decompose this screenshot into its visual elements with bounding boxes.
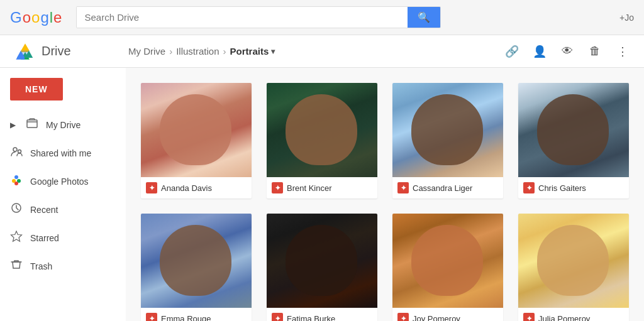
link-icon: 🔗	[505, 45, 519, 58]
more-button[interactable]: ⋮	[611, 40, 634, 63]
file-info: ✦Joy Pomeroy	[392, 308, 503, 321]
file-name: Fatima Burke	[287, 314, 335, 322]
my-drive-icon	[26, 117, 38, 133]
search-icon: 🔍	[418, 12, 430, 23]
file-name: Emma Rouge	[161, 314, 211, 322]
file-thumbnail	[141, 83, 252, 177]
content-area: ✦Ananda Davis✦Brent Kincer✦Cassandra Lig…	[126, 68, 644, 321]
file-info: ✦Ananda Davis	[141, 177, 252, 199]
new-button[interactable]: NEW	[10, 78, 63, 101]
file-type-icon: ✦	[523, 313, 535, 321]
svg-marker-13	[11, 231, 22, 241]
sidebar-item-shared-with-me[interactable]: Shared with me	[0, 139, 121, 167]
sidebar-item-label: My Drive	[46, 120, 80, 130]
file-grid: ✦Ananda Davis✦Brent Kincer✦Cassandra Lig…	[141, 83, 629, 321]
file-thumbnail	[392, 214, 503, 308]
file-card[interactable]: ✦Joy Pomeroy	[392, 214, 503, 321]
file-info: ✦Emma Rouge	[141, 308, 252, 321]
file-card[interactable]: ✦Emma Rouge	[141, 214, 252, 321]
file-type-icon: ✦	[272, 313, 283, 321]
add-person-button[interactable]: 👤	[528, 40, 551, 63]
file-info: ✦Fatima Burke	[267, 308, 377, 321]
svg-point-7	[18, 150, 21, 153]
breadcrumb-root[interactable]: My Drive	[128, 46, 165, 57]
search-button[interactable]: 🔍	[408, 7, 440, 28]
drive-logo-area: Drive	[15, 43, 128, 60]
svg-rect-5	[27, 120, 37, 128]
file-name: Ananda Davis	[161, 183, 212, 193]
sidebar-item-google-photos[interactable]: Google Photos	[0, 167, 121, 195]
drive-label: Drive	[42, 44, 71, 58]
portrait-face	[411, 225, 483, 296]
eye-icon: 👁	[562, 45, 573, 58]
breadcrumb-sep-2: ›	[223, 46, 226, 57]
breadcrumb-current[interactable]: Portraits ▾	[230, 46, 275, 57]
top-bar: Google 🔍 +Jo	[0, 0, 644, 35]
portrait-face	[286, 94, 357, 165]
sidebar-item-starred[interactable]: Starred	[0, 224, 121, 252]
svg-point-8	[14, 175, 18, 179]
chevron-down-icon: ▾	[271, 47, 275, 56]
drive-triangle-icon	[15, 43, 35, 60]
delete-button[interactable]: 🗑	[584, 40, 606, 63]
sidebar-item-label: Recent	[30, 205, 58, 215]
file-thumbnail	[392, 83, 503, 177]
file-card[interactable]: ✦Cassandra Liger	[392, 83, 503, 199]
breadcrumb-mid[interactable]: Illustration	[176, 46, 219, 57]
file-thumbnail	[141, 214, 252, 308]
svg-point-11	[14, 182, 18, 185]
trash-icon: 🗑	[589, 45, 601, 58]
sidebar: NEW ▶ My Drive Shared with me Google Pho…	[0, 68, 126, 321]
file-thumbnail	[518, 83, 629, 177]
sidebar-item-trash[interactable]: Trash	[0, 252, 121, 280]
file-info: ✦Brent Kincer	[267, 177, 377, 199]
chevron-right-icon: ▶	[10, 121, 16, 129]
portrait-face	[411, 94, 483, 165]
file-info: ✦Julia Pomeroy	[518, 308, 629, 321]
portrait-face	[160, 94, 231, 165]
sidebar-item-my-drive[interactable]: ▶ My Drive	[0, 111, 121, 139]
file-card[interactable]: ✦Brent Kincer	[267, 83, 377, 199]
file-info: ✦Cassandra Liger	[392, 177, 503, 199]
search-input[interactable]	[77, 7, 408, 28]
clock-icon	[10, 202, 23, 217]
portrait-face	[160, 225, 231, 296]
toolbar-icons: 🔗 👤 👁 🗑 ⋮	[501, 40, 634, 63]
file-card[interactable]: ✦Julia Pomeroy	[518, 214, 629, 321]
file-thumbnail	[518, 214, 629, 308]
user-label[interactable]: +Jo	[619, 13, 634, 23]
sidebar-item-label: Shared with me	[30, 148, 91, 158]
link-button[interactable]: 🔗	[501, 40, 523, 63]
file-type-icon: ✦	[146, 313, 157, 321]
file-name: Cassandra Liger	[413, 183, 472, 193]
file-name: Brent Kincer	[287, 183, 332, 193]
file-name: Joy Pomeroy	[413, 314, 460, 322]
shared-icon	[10, 145, 23, 161]
file-card[interactable]: ✦Ananda Davis	[141, 83, 252, 199]
file-type-icon: ✦	[146, 182, 157, 193]
preview-button[interactable]: 👁	[556, 40, 579, 63]
portrait-face	[537, 94, 609, 165]
search-bar: 🔍	[76, 6, 441, 28]
svg-point-6	[13, 148, 17, 151]
file-thumbnail	[267, 83, 377, 177]
file-type-icon: ✦	[397, 313, 409, 321]
file-type-icon: ✦	[397, 182, 409, 193]
file-type-icon: ✦	[272, 182, 283, 193]
photos-icon	[10, 173, 23, 189]
portrait-face	[286, 225, 357, 296]
file-thumbnail	[267, 214, 377, 308]
star-icon	[10, 230, 23, 246]
google-logo: Google	[10, 9, 61, 26]
file-card[interactable]: ✦Chris Gaiters	[518, 83, 629, 199]
file-name: Chris Gaiters	[538, 183, 586, 193]
person-add-icon: 👤	[533, 45, 547, 58]
file-card[interactable]: ✦Fatima Burke	[267, 214, 377, 321]
portrait-face	[537, 225, 609, 296]
sidebar-item-label: Trash	[30, 261, 52, 271]
more-icon: ⋮	[617, 45, 628, 58]
file-type-icon: ✦	[523, 182, 535, 193]
breadcrumb-sep-1: ›	[169, 46, 172, 57]
file-name: Julia Pomeroy	[538, 314, 590, 322]
sidebar-item-recent[interactable]: Recent	[0, 195, 121, 224]
